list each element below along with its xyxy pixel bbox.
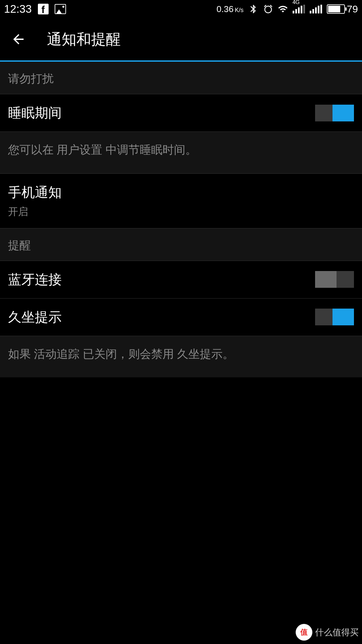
row-bluetooth-connection[interactable]: 蓝牙连接 [0,261,362,299]
row-label: 手机通知 [8,183,62,202]
watermark: 值 什么值得买 [296,624,359,641]
page-title: 通知和提醒 [47,30,121,49]
photo-icon [55,4,66,14]
row-label: 久坐提示 [8,308,62,326]
arrow-left-icon [11,32,26,47]
toggle-sedentary[interactable] [315,309,354,325]
info-sedentary: 如果 活动追踪 已关闭，则会禁用 久坐提示。 [0,336,362,378]
signal-icon [310,5,322,13]
section-header-alerts: 提醒 [0,228,362,261]
toggle-bluetooth[interactable] [315,271,354,288]
content-area: 请勿打扰 睡眠期间 您可以在 用户设置 中调节睡眠时间。 手机通知 开启 提醒 … [0,62,362,377]
watermark-badge: 值 [296,624,312,641]
row-label: 蓝牙连接 [8,270,62,289]
toggle-knob [333,309,354,325]
status-bar: 12:33 f 0.36 K/s 4G [0,0,362,18]
signal-4g-icon: 4G [293,5,305,13]
toggle-knob [315,271,337,288]
row-label: 睡眠期间 [8,104,62,122]
facebook-icon: f [38,4,49,14]
row-sedentary-alert[interactable]: 久坐提示 [0,298,362,336]
battery-indicator: 79 [327,3,358,15]
row-sublabel: 开启 [8,205,62,219]
toggle-knob [333,105,354,121]
battery-percent: 79 [347,3,358,15]
status-time: 12:33 [4,3,32,15]
watermark-text: 什么值得买 [315,627,359,638]
battery-icon [327,4,345,14]
status-right-group: 0.36 K/s 4G 79 [217,3,358,15]
section-header-dnd: 请勿打扰 [0,62,362,94]
wifi-icon [278,4,288,14]
info-sleep: 您可以在 用户设置 中调节睡眠时间。 [0,132,362,173]
back-button[interactable] [10,31,27,48]
network-speed: 0.36 K/s [217,4,244,14]
bluetooth-icon [248,4,258,14]
alarm-icon [263,4,273,14]
app-header: 通知和提醒 [0,18,362,62]
toggle-sleep-period[interactable] [315,105,354,121]
row-sleep-period[interactable]: 睡眠期间 [0,94,362,132]
row-phone-notifications[interactable]: 手机通知 开启 [0,173,362,228]
status-left-group: 12:33 f [4,3,66,15]
